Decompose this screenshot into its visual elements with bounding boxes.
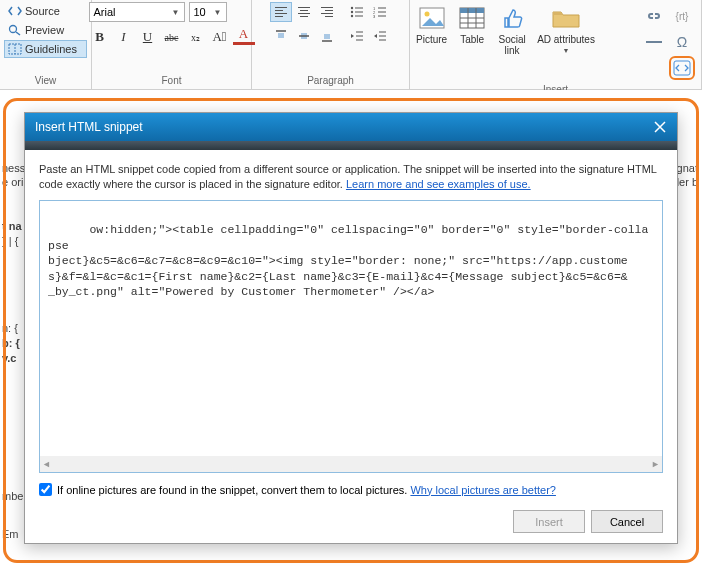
outdent-button[interactable] — [346, 26, 368, 46]
ribbon-group-view: Source Preview Guidelines View — [0, 0, 92, 89]
svg-rect-20 — [324, 34, 330, 39]
snippet-textarea[interactable]: ow:hidden;"><table cellpadding="0" cells… — [39, 200, 663, 473]
bullet-list-button[interactable] — [346, 2, 368, 22]
learn-more-link[interactable]: Learn more and see examples of use. — [346, 178, 531, 190]
view-guidelines-label: Guidelines — [25, 43, 77, 55]
bold-button[interactable]: B — [89, 26, 111, 48]
view-source-label: Source — [25, 5, 60, 17]
insert-hr-button[interactable] — [641, 30, 667, 54]
view-preview-button[interactable]: Preview — [4, 21, 87, 39]
html-snippet-icon — [673, 60, 691, 76]
close-button[interactable] — [643, 113, 677, 141]
thumbs-up-icon — [497, 4, 527, 32]
svg-point-29 — [424, 12, 429, 17]
insert-picture-label: Picture — [416, 34, 447, 45]
cancel-button[interactable]: Cancel — [591, 510, 663, 533]
chevron-down-icon: ▼ — [214, 8, 222, 17]
dialog-description: Paste an HTML snippet code copied from a… — [39, 162, 663, 192]
align-middle-button[interactable] — [293, 26, 315, 46]
italic-button[interactable]: I — [113, 26, 135, 48]
guidelines-icon — [8, 42, 22, 56]
dialog-titlebar: Insert HTML snippet — [25, 113, 677, 141]
underline-button[interactable]: U — [137, 26, 159, 48]
align-bottom-button[interactable] — [316, 26, 338, 46]
font-family-value: Arial — [94, 6, 116, 18]
dialog-subheader — [25, 141, 677, 150]
insert-table-button[interactable]: Table — [455, 2, 489, 47]
insert-social-label: Social link — [499, 34, 526, 56]
svg-point-4 — [351, 7, 353, 9]
table-icon — [457, 4, 487, 32]
font-size-select[interactable]: 10 ▼ — [189, 2, 227, 22]
clear-format-button[interactable]: Aͯ — [209, 26, 231, 48]
svg-rect-31 — [460, 8, 484, 13]
dialog-title: Insert HTML snippet — [35, 120, 143, 134]
font-family-select[interactable]: Arial ▼ — [89, 2, 185, 22]
svg-point-0 — [10, 26, 17, 33]
font-size-value: 10 — [194, 6, 206, 18]
insert-social-button[interactable]: Social link — [495, 2, 529, 58]
align-top-button[interactable] — [270, 26, 292, 46]
chevron-down-icon: ▼ — [172, 8, 180, 17]
code-icon — [8, 4, 22, 18]
svg-point-6 — [351, 11, 353, 13]
chevron-down-icon: ▼ — [563, 47, 570, 54]
align-right-button[interactable] — [316, 2, 338, 22]
ribbon-group-font: Arial ▼ 10 ▼ B I U abc x₂ Aͯ A Font — [92, 0, 252, 89]
insert-html-snippet-button[interactable] — [669, 56, 695, 80]
preview-icon — [8, 23, 22, 37]
snippet-content: ow:hidden;"><table cellpadding="0" cells… — [48, 223, 648, 298]
svg-point-8 — [351, 15, 353, 17]
ribbon-group-insert: Picture Table Social link AD attributes … — [410, 0, 702, 89]
insert-ad-label: AD attributes — [537, 34, 595, 45]
horizontal-scrollbar[interactable]: ◄► — [40, 456, 662, 472]
why-local-link[interactable]: Why local pictures are better? — [410, 484, 556, 496]
indent-button[interactable] — [369, 26, 391, 46]
align-left-button[interactable] — [270, 2, 292, 22]
svg-line-1 — [16, 32, 20, 35]
insert-link-button[interactable] — [641, 4, 667, 28]
svg-text:3: 3 — [373, 14, 376, 18]
insert-button[interactable]: Insert — [513, 510, 585, 533]
folder-icon — [551, 4, 581, 32]
number-list-button[interactable]: 123 — [369, 2, 391, 22]
group-label-view: View — [4, 73, 87, 89]
insert-ad-button[interactable]: AD attributes ▼ — [535, 2, 597, 56]
strike-button[interactable]: abc — [161, 26, 183, 48]
view-preview-label: Preview — [25, 24, 64, 36]
picture-icon — [417, 4, 447, 32]
insert-html-snippet-dialog: Insert HTML snippet Paste an HTML snippe… — [24, 112, 678, 544]
insert-picture-button[interactable]: Picture — [414, 2, 449, 47]
convert-pictures-checkbox[interactable] — [39, 483, 52, 496]
convert-pictures-label: If online pictures are found in the snip… — [57, 484, 410, 496]
group-label-paragraph: Paragraph — [256, 73, 405, 89]
dialog-body: Paste an HTML snippet code copied from a… — [25, 150, 677, 543]
convert-pictures-row: If online pictures are found in the snip… — [39, 483, 663, 496]
view-guidelines-button[interactable]: Guidelines — [4, 40, 87, 58]
group-label-font: Font — [96, 73, 247, 89]
subscript-button[interactable]: x₂ — [185, 26, 207, 48]
svg-rect-17 — [278, 33, 284, 38]
align-center-button[interactable] — [293, 2, 315, 22]
insert-table-label: Table — [460, 34, 484, 45]
ribbon-toolbar: Source Preview Guidelines View Arial — [0, 0, 702, 90]
view-source-button[interactable]: Source — [4, 2, 87, 20]
close-icon — [654, 121, 666, 133]
insert-symbol-button[interactable]: Ω — [669, 30, 695, 54]
ribbon-group-paragraph: 123 Paragraph — [252, 0, 410, 89]
insert-rt-button[interactable]: {rt} — [669, 4, 695, 28]
dialog-buttons: Insert Cancel — [39, 504, 663, 533]
